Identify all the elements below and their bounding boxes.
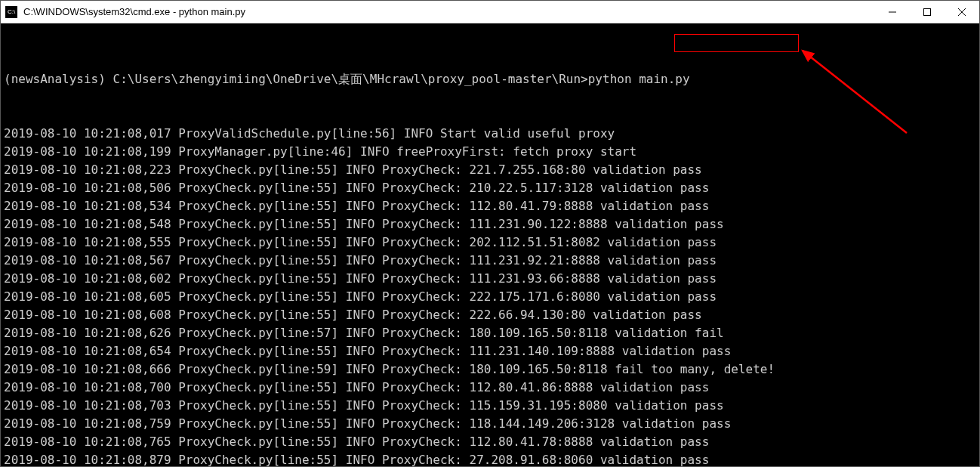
- svg-line-5: [803, 51, 907, 133]
- log-line: 2019-08-10 10:21:08,602 ProxyCheck.py[li…: [4, 270, 976, 288]
- log-line: 2019-08-10 10:21:08,605 ProxyCheck.py[li…: [4, 288, 976, 306]
- log-line: 2019-08-10 10:21:08,223 ProxyCheck.py[li…: [4, 161, 976, 179]
- minimize-button[interactable]: [875, 1, 910, 23]
- terminal-area[interactable]: (newsAnalysis) C:\Users\zhengyimiing\One…: [1, 23, 979, 466]
- log-line: 2019-08-10 10:21:08,700 ProxyCheck.py[li…: [4, 379, 976, 397]
- log-output: 2019-08-10 10:21:08,017 ProxyValidSchedu…: [4, 125, 976, 466]
- log-line: 2019-08-10 10:21:08,666 ProxyCheck.py[li…: [4, 360, 976, 379]
- window-title: C:\WINDOWS\system32\cmd.exe - python mai…: [23, 6, 875, 17]
- svg-rect-1: [924, 8, 931, 15]
- minimize-icon: [889, 8, 896, 16]
- log-line: 2019-08-10 10:21:08,608 ProxyCheck.py[li…: [4, 306, 976, 324]
- maximize-icon: [923, 8, 931, 16]
- log-line: 2019-08-10 10:21:08,567 ProxyCheck.py[li…: [4, 252, 976, 270]
- highlight-annotation: [674, 34, 799, 52]
- log-line: 2019-08-10 10:21:08,765 ProxyCheck.py[li…: [4, 433, 976, 451]
- cmd-window: C:\ C:\WINDOWS\system32\cmd.exe - python…: [0, 0, 980, 467]
- maximize-button[interactable]: [910, 1, 945, 23]
- log-line: 2019-08-10 10:21:08,555 ProxyCheck.py[li…: [4, 234, 976, 252]
- prompt-line: (newsAnalysis) C:\Users\zhengyimiing\One…: [4, 70, 976, 88]
- log-line: 2019-08-10 10:21:08,017 ProxyValidSchedu…: [4, 125, 976, 143]
- close-button[interactable]: [945, 1, 979, 23]
- command-text: python main.py: [588, 72, 690, 86]
- log-line: 2019-08-10 10:21:08,534 ProxyCheck.py[li…: [4, 197, 976, 215]
- close-icon: [958, 8, 966, 16]
- cmd-icon: C:\: [5, 6, 17, 18]
- log-line: 2019-08-10 10:21:08,548 ProxyCheck.py[li…: [4, 215, 976, 234]
- prompt-prefix: (newsAnalysis) C:\Users\zhengyimiing\One…: [4, 72, 588, 86]
- titlebar[interactable]: C:\ C:\WINDOWS\system32\cmd.exe - python…: [1, 1, 979, 23]
- log-line: 2019-08-10 10:21:08,654 ProxyCheck.py[li…: [4, 342, 976, 360]
- log-line: 2019-08-10 10:21:08,626 ProxyCheck.py[li…: [4, 324, 976, 342]
- titlebar-buttons: [875, 1, 979, 23]
- log-line: 2019-08-10 10:21:08,879 ProxyCheck.py[li…: [4, 451, 976, 466]
- log-line: 2019-08-10 10:21:08,703 ProxyCheck.py[li…: [4, 397, 976, 415]
- log-line: 2019-08-10 10:21:08,506 ProxyCheck.py[li…: [4, 179, 976, 197]
- log-line: 2019-08-10 10:21:08,759 ProxyCheck.py[li…: [4, 415, 976, 433]
- log-line: 2019-08-10 10:21:08,199 ProxyManager.py[…: [4, 143, 976, 161]
